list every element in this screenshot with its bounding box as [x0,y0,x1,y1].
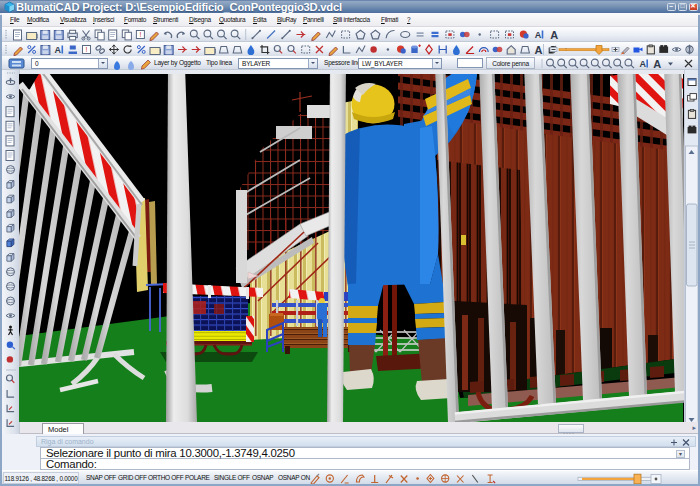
svg-text:!: ! [86,46,88,53]
svg-text:A: A [54,45,61,55]
svg-text:!: ! [139,31,141,38]
svg-text:A: A [550,29,558,41]
svg-text:A: A [653,58,661,70]
svg-text:A: A [535,44,543,56]
svg-text:A: A [639,59,646,69]
svg-text:A: A [535,30,542,40]
